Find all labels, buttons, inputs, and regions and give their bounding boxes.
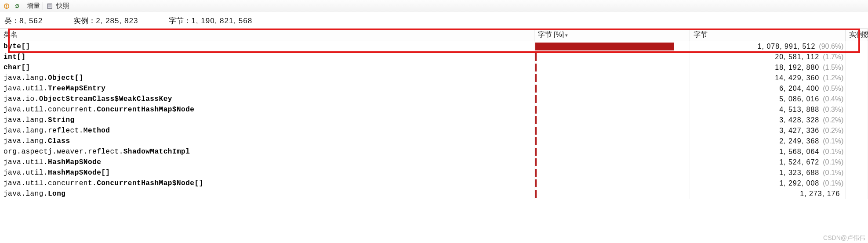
instances-cell <box>846 189 868 199</box>
class-name-cell: org.aspectj.weaver.reflect.ShadowMatchIm… <box>0 147 534 157</box>
summary-bar: 类：8, 562 实例：2, 285, 823 字节：1, 190, 821, … <box>0 12 868 29</box>
table-row[interactable]: int[]20, 581, 112(1.7%) <box>0 52 868 62</box>
class-name-cell: java.lang.Class <box>0 136 534 147</box>
table-row[interactable]: java.io.ObjectStreamClass$WeakClassKey5,… <box>0 94 868 104</box>
pct-bar-cell <box>534 94 690 104</box>
class-name-cell: java.lang.Long <box>0 189 534 199</box>
instances-value: 2, 285, 823 <box>96 17 138 25</box>
bytes-cell: 3, 428, 328(0.2%) <box>690 115 845 125</box>
pct-bar-cell <box>534 41 690 52</box>
bytes-cell: 1, 568, 064(0.1%) <box>690 147 845 157</box>
bytes-cell: 5, 086, 016(0.4%) <box>690 94 845 104</box>
table-row[interactable]: java.util.HashMap$Node[]1, 323, 688(0.1%… <box>0 168 868 178</box>
table-row[interactable]: java.util.HashMap$Node1, 524, 672(0.1%) <box>0 157 868 168</box>
pct-bar-cell <box>534 136 690 147</box>
table-row[interactable]: java.util.concurrent.ConcurrentHashMap$N… <box>0 178 868 189</box>
instances-cell <box>846 41 868 52</box>
bytes-label: 字节： <box>169 17 191 25</box>
snapshot-icon[interactable] <box>46 2 54 10</box>
table-row[interactable]: java.lang.Long1, 273, 176 <box>0 189 868 199</box>
pct-bar-cell <box>534 125 690 136</box>
pct-bar-cell <box>534 157 690 168</box>
svg-rect-6 <box>48 7 51 7</box>
instances-cell <box>846 157 868 168</box>
bytes-value: 1, 190, 821, 568 <box>191 17 252 25</box>
instances-cell <box>846 168 868 178</box>
bytes-cell: 14, 429, 360(1.2%) <box>690 73 845 83</box>
pct-bar-cell <box>534 73 690 83</box>
pct-bar-cell <box>534 52 690 62</box>
instances-cell <box>846 136 868 147</box>
col-header-bytes[interactable]: 字节 <box>690 29 845 41</box>
table-row[interactable]: java.lang.reflect.Method3, 427, 336(0.2%… <box>0 125 868 136</box>
class-name-cell: java.lang.String <box>0 115 534 125</box>
instances-cell <box>846 147 868 157</box>
table-row[interactable]: java.lang.String3, 428, 328(0.2%) <box>0 115 868 125</box>
col-header-pct[interactable]: 字节 [%] <box>534 29 690 41</box>
pct-bar-cell <box>534 147 690 157</box>
refresh-icon[interactable] <box>13 2 21 10</box>
class-name-cell: int[] <box>0 52 534 62</box>
incremental-label[interactable]: 增量 <box>27 2 40 10</box>
bytes-cell: 1, 323, 688(0.1%) <box>690 168 845 178</box>
instances-cell <box>846 104 868 115</box>
toolbar-separator <box>24 2 24 10</box>
class-name-cell: byte[] <box>0 41 534 52</box>
table-row[interactable]: java.lang.Class2, 249, 368(0.1%) <box>0 136 868 147</box>
table-row[interactable]: java.util.TreeMap$Entry6, 204, 400(0.5%) <box>0 83 868 94</box>
warning-icon[interactable] <box>3 2 11 10</box>
bytes-cell: 18, 192, 880(1.5%) <box>690 62 845 73</box>
bytes-cell: 2, 249, 368(0.1%) <box>690 136 845 147</box>
class-name-cell: java.util.TreeMap$Entry <box>0 83 534 94</box>
class-name-cell: char[] <box>0 62 534 73</box>
bytes-cell: 20, 581, 112(1.7%) <box>690 52 845 62</box>
classes-table: 类名 字节 [%] 字节 实例数 byte[]1, 078, 991, 512(… <box>0 29 868 199</box>
table-row[interactable]: java.lang.Object[]14, 429, 360(1.2%) <box>0 73 868 83</box>
col-header-instances[interactable]: 实例数 <box>846 29 868 41</box>
instances-label: 实例： <box>73 17 96 25</box>
table-row[interactable]: org.aspectj.weaver.reflect.ShadowMatchIm… <box>0 147 868 157</box>
col-header-name[interactable]: 类名 <box>0 29 534 41</box>
classes-value: 8, 562 <box>19 17 43 25</box>
bytes-cell: 6, 204, 400(0.5%) <box>690 83 845 94</box>
instances-cell <box>846 73 868 83</box>
class-name-cell: java.util.concurrent.ConcurrentHashMap$N… <box>0 104 534 115</box>
pct-bar-cell <box>534 168 690 178</box>
table-header-row: 类名 字节 [%] 字节 实例数 <box>0 29 868 41</box>
table-row[interactable]: byte[]1, 078, 991, 512(90.6%) <box>0 41 868 52</box>
svg-rect-4 <box>48 4 51 5</box>
classes-label: 类： <box>4 17 19 25</box>
instances-cell <box>846 94 868 104</box>
class-name-cell: java.lang.reflect.Method <box>0 125 534 136</box>
instances-cell <box>846 83 868 94</box>
instances-cell <box>846 178 868 189</box>
snapshot-label[interactable]: 快照 <box>56 2 69 10</box>
pct-bar-cell <box>534 104 690 115</box>
bytes-cell: 1, 273, 176 <box>690 189 845 199</box>
bytes-cell: 3, 427, 336(0.2%) <box>690 125 845 136</box>
table-row[interactable]: char[]18, 192, 880(1.5%) <box>0 62 868 73</box>
class-name-cell: java.util.concurrent.ConcurrentHashMap$N… <box>0 178 534 189</box>
instances-cell <box>846 125 868 136</box>
svg-rect-1 <box>6 4 7 6</box>
bytes-cell: 1, 292, 008(0.1%) <box>690 178 845 189</box>
bytes-cell: 1, 078, 991, 512(90.6%) <box>690 41 845 52</box>
pct-bar-cell <box>534 83 690 94</box>
svg-rect-5 <box>48 6 51 6</box>
instances-cell <box>846 52 868 62</box>
instances-cell <box>846 62 868 73</box>
svg-rect-2 <box>6 7 7 7</box>
pct-bar-cell <box>534 178 690 189</box>
class-name-cell: java.lang.Object[] <box>0 73 534 83</box>
pct-bar-cell <box>534 115 690 125</box>
instances-cell <box>846 115 868 125</box>
bytes-cell: 1, 524, 672(0.1%) <box>690 157 845 168</box>
table-row[interactable]: java.util.concurrent.ConcurrentHashMap$N… <box>0 104 868 115</box>
bytes-cell: 4, 513, 888(0.3%) <box>690 104 845 115</box>
class-name-cell: java.util.HashMap$Node <box>0 157 534 168</box>
toolbar-separator <box>43 2 43 10</box>
class-name-cell: java.io.ObjectStreamClass$WeakClassKey <box>0 94 534 104</box>
class-name-cell: java.util.HashMap$Node[] <box>0 168 534 178</box>
pct-bar-cell <box>534 62 690 73</box>
toolbar: 增量 快照 <box>0 0 868 12</box>
